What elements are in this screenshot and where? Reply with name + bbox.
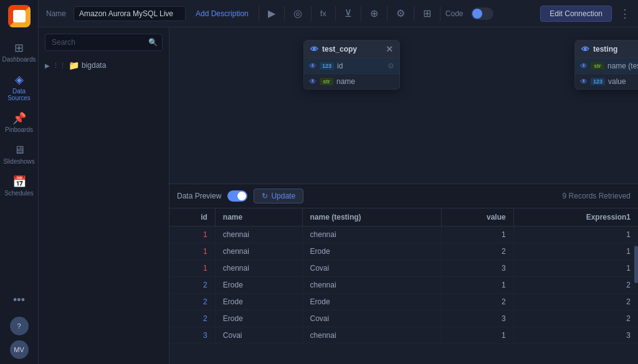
more-options-button[interactable]: ⋮ [619, 7, 631, 21]
sidebar-bottom: ••• ? MV [10, 289, 29, 359]
records-retrieved-label: 9 Records Retrieved [563, 192, 631, 200]
sidebar-item-label: Data Sources [2, 88, 36, 101]
search-input[interactable] [45, 34, 163, 51]
sidebar-item-more[interactable]: ••• [10, 289, 29, 310]
toggle-knob [472, 9, 482, 19]
preview-button[interactable]: ◎ [290, 5, 306, 22]
toggle-knob [237, 192, 246, 200]
app-logo [8, 5, 31, 27]
cell-expr1: 1 [513, 259, 638, 276]
cell-name: Covai [215, 327, 302, 343]
eye-icon-id[interactable]: 👁 [309, 62, 317, 70]
table-row: 2 Erode Covai 3 2 [169, 310, 638, 327]
divider-6 [387, 6, 388, 21]
connection-name-input[interactable] [74, 6, 186, 21]
join-button[interactable]: ⊕ [366, 5, 382, 22]
cell-name: Erode [215, 293, 302, 310]
col-header-expr1: Expression1 [513, 208, 638, 226]
cell-id: 2 [169, 276, 215, 293]
cell-value: 3 [441, 259, 513, 276]
code-label: Code [445, 9, 464, 18]
update-button[interactable]: ↻ Update [254, 189, 303, 203]
col-header-id: id [169, 208, 215, 226]
table-card-test-copy: 👁 test_copy ✕ 👁 123 id ⚙ 👁 str name [303, 40, 400, 90]
settings-button[interactable]: ⚙ [393, 5, 409, 22]
eye-icon-testing[interactable]: 👁 [581, 45, 589, 54]
cell-expr1: 3 [513, 327, 638, 343]
sidebar-item-datasources[interactable]: ◈ Data Sources [0, 69, 38, 106]
scrollbar[interactable] [634, 246, 638, 283]
cell-id: 2 [169, 293, 215, 310]
divider-1 [259, 6, 259, 21]
more-icon: ••• [13, 294, 25, 306]
help-button[interactable]: ? [10, 317, 29, 335]
grid-button[interactable]: ⊞ [419, 5, 435, 22]
help-icon: ? [17, 322, 21, 330]
col-header-value: value [441, 208, 513, 226]
table-field-name[interactable]: 👁 str name [304, 73, 399, 89]
field-name-testing: name (testing) [607, 62, 638, 70]
cell-name-testing: chennai [302, 327, 441, 343]
edit-connection-button[interactable]: Edit Connection [540, 6, 612, 22]
cell-name-testing: chennai [302, 226, 441, 243]
table-field-name-testing[interactable]: 👁 str name (testing) ⚙ [575, 58, 638, 73]
table-row: 2 Erode chennai 1 2 [169, 276, 638, 293]
eye-icon-value[interactable]: 👁 [580, 77, 588, 86]
update-label: Update [271, 192, 295, 200]
table-field-value[interactable]: 👁 123 value [575, 73, 638, 89]
topbar: Name Add Description ▶ ◎ fx ⊻ ⊕ ⚙ ⊞ Code… [39, 0, 638, 27]
type-badge-value: 123 [591, 78, 605, 85]
user-initials: MV [14, 346, 24, 353]
sidebar-item-slideshows[interactable]: 🖥 Slideshows [0, 139, 38, 170]
col-header-name-testing: name (testing) [302, 208, 441, 226]
code-toggle[interactable] [471, 7, 493, 20]
search-box: 🔍 [39, 27, 169, 57]
canvas-workspace[interactable]: 👁 test_copy ✕ 👁 123 id ⚙ 👁 str name [169, 27, 638, 184]
search-wrap: 🔍 [45, 34, 163, 51]
cell-name: Erode [215, 276, 302, 293]
cell-expr1: 1 [513, 243, 638, 259]
filter-button[interactable]: ⊻ [341, 5, 356, 22]
data-table-wrap[interactable]: id name name (testing) value Expression1… [169, 208, 638, 365]
update-icon: ↻ [262, 192, 268, 200]
table-header-row: id name name (testing) value Expression1 [169, 208, 638, 226]
table-row: 1 chennai Covai 3 1 [169, 259, 638, 276]
run-button[interactable]: ▶ [264, 5, 279, 22]
cell-id: 1 [169, 243, 215, 259]
cell-name: chennai [215, 226, 302, 243]
user-avatar[interactable]: MV [10, 340, 29, 359]
left-panel: 🔍 ▶ ⋮⋮ 📁 bigdata [39, 27, 169, 364]
table-row: 1 chennai Erode 2 1 [169, 243, 638, 259]
tree-item-bigdata[interactable]: ▶ ⋮⋮ 📁 bigdata [39, 57, 169, 73]
sidebar-item-dashboards[interactable]: ⊞ Dashboards [0, 37, 38, 68]
eye-icon-test-copy[interactable]: 👁 [310, 45, 318, 54]
eye-icon-name-testing[interactable]: 👁 [580, 62, 588, 70]
table-field-id[interactable]: 👁 123 id ⚙ [304, 58, 399, 73]
add-description-button[interactable]: Add Description [191, 9, 254, 18]
cell-name-testing: Erode [302, 243, 441, 259]
close-test-copy-button[interactable]: ✕ [386, 44, 393, 54]
table-card-testing: 👁 testing ✕ 👁 str name (testing) ⚙ 👁 123… [574, 40, 638, 90]
divider-7 [414, 6, 414, 21]
field-name-id: id [337, 62, 343, 70]
type-badge-id: 123 [320, 62, 334, 70]
sidebar-item-label: Schedules [4, 190, 34, 197]
schedules-icon: 📅 [12, 176, 26, 187]
field-name-value: value [608, 77, 626, 86]
divider-5 [361, 6, 361, 21]
gear-icon-id[interactable]: ⚙ [388, 62, 394, 70]
cell-value: 2 [441, 243, 513, 259]
sidebar-item-schedules[interactable]: 📅 Schedules [0, 171, 38, 202]
tree-item-label: bigdata [82, 61, 106, 70]
cell-expr1: 2 [513, 293, 638, 310]
cell-expr1: 1 [513, 226, 638, 243]
field-name-name: name [336, 77, 355, 86]
table-row: 3 Covai chennai 1 3 [169, 327, 638, 343]
cell-name: Erode [215, 310, 302, 327]
eye-icon-name[interactable]: 👁 [309, 77, 317, 86]
formula-button[interactable]: fx [317, 6, 330, 21]
data-preview-toggle[interactable] [227, 190, 247, 202]
sidebar-item-pinboards[interactable]: 📌 Pinboards [0, 108, 38, 138]
cell-expr1: 2 [513, 276, 638, 293]
tree-dots-icon: ⋮⋮ [52, 62, 66, 70]
